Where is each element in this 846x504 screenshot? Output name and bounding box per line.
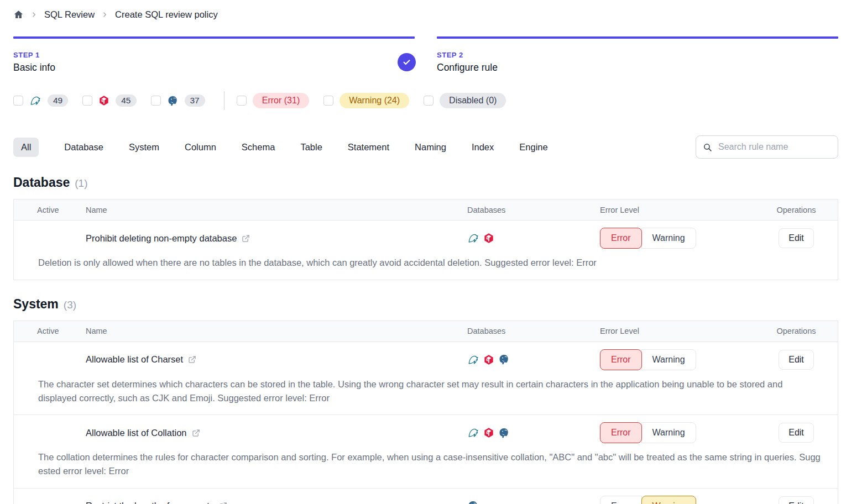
rule-prohibit-deleting-non-empty-database: Prohibit deleting non-empty database Err… [14,221,838,280]
rule-description: Deletion is only allowed when there are … [14,256,838,280]
mysql-filter-checkbox[interactable] [13,96,23,106]
rule-allowable-list-of-charset: Allowable list of Charset Error Warning … [14,342,838,415]
rule-name-link[interactable]: Prohibit deleting non-empty database [86,233,467,244]
external-link-icon [188,355,196,364]
filter-mysql: 49 [13,95,68,107]
edit-button[interactable]: Edit [779,228,814,248]
step-1-label: STEP 1 [13,51,415,59]
warning-count-badge: Warning (24) [340,93,409,108]
error-level-switch: Error Warning [600,349,755,370]
mysql-icon [467,354,479,366]
breadcrumb-current-page: Create SQL review policy [115,9,218,20]
section-title: Database [13,175,70,190]
error-level-switch: Error Warning [600,422,755,443]
col-active: Active [14,327,86,335]
col-databases: Databases [467,327,600,335]
chevron-right-icon [101,11,108,18]
error-level-error-button[interactable]: Error [600,496,642,504]
error-level-error-button[interactable]: Error [600,349,642,370]
error-level-error-button[interactable]: Error [600,228,642,249]
tab-statement[interactable]: Statement [348,138,389,157]
tab-all[interactable]: All [13,138,39,157]
postgres-icon [467,500,479,504]
tidb-count-badge: 45 [116,95,136,107]
col-name: Name [86,206,467,214]
tab-system[interactable]: System [129,138,159,157]
step-1-title: Basic info [13,62,415,74]
filter-disabled: Disabled (0) [424,93,506,108]
step-2-label: STEP 2 [437,51,838,59]
tab-engine[interactable]: Engine [519,138,547,157]
edit-button[interactable]: Edit [779,496,814,504]
col-name: Name [86,327,467,335]
postgres-filter-checkbox[interactable] [151,96,161,106]
tab-table[interactable]: Table [300,138,322,157]
tab-database[interactable]: Database [64,138,103,157]
filter-tidb: 45 [82,95,136,107]
tidb-icon [483,354,494,365]
rule-restrict-the-length-of-comments: Restrict the length of comments Error Wa… [14,488,838,504]
mysql-icon [467,232,479,244]
error-level-switch: Error Warning [600,496,755,504]
home-icon[interactable] [13,9,24,20]
edit-button[interactable]: Edit [779,350,814,370]
step-1-completed-check-icon [398,53,416,71]
section-system-heading: System (3) [13,297,838,312]
section-count: (3) [64,299,76,311]
error-level-warning-button[interactable]: Warning [641,496,696,504]
breadcrumb-sql-review[interactable]: SQL Review [44,9,95,20]
rule-engines [467,427,600,439]
search-rule-input[interactable] [717,141,831,153]
tab-schema[interactable]: Schema [242,138,275,157]
col-active: Active [14,206,86,214]
rule-description: The character set determines which chara… [14,377,838,415]
error-level-switch: Error Warning [600,228,755,249]
error-level-warning-button[interactable]: Warning [641,228,696,249]
rule-name-link[interactable]: Allowable list of Charset [86,354,467,365]
error-count-badge: Error (31) [253,93,309,108]
error-level-warning-button[interactable]: Warning [641,422,696,443]
step-2-progress-bar [437,36,838,39]
error-level-warning-button[interactable]: Warning [641,349,696,370]
external-link-icon [192,429,200,437]
external-link-icon [242,234,250,243]
step-2-title: Configure rule [437,62,838,74]
warning-filter-checkbox[interactable] [323,96,333,106]
filter-error: Error (31) [237,93,309,108]
category-tab-bar: All Database System Column Schema Table … [13,135,838,159]
table-row: Restrict the length of comments Error Wa… [14,489,838,504]
edit-button[interactable]: Edit [779,423,814,443]
tidb-icon [483,427,494,438]
disabled-filter-checkbox[interactable] [424,96,434,106]
system-rule-table: Active Name Databases Error Level Operat… [13,321,838,504]
mysql-icon [29,95,41,107]
mysql-icon [467,427,479,439]
step-1-progress-bar [13,36,415,39]
tidb-icon [98,95,109,106]
step-2: STEP 2 Configure rule [437,36,838,74]
postgres-icon [167,95,179,107]
external-link-icon [219,502,227,504]
tab-index[interactable]: Index [472,138,494,157]
rule-description: The collation determines the rules for c… [14,450,838,488]
col-error-level: Error Level [600,327,755,335]
rule-name-link[interactable]: Allowable list of Collation [86,428,467,438]
error-level-error-button[interactable]: Error [600,422,642,443]
database-rule-table: Active Name Databases Error Level Operat… [13,199,838,280]
rule-engines [467,232,600,244]
breadcrumb: SQL Review Create SQL review policy [13,7,838,22]
step-indicator: STEP 1 Basic info STEP 2 Configure rule [13,36,838,74]
tidb-filter-checkbox[interactable] [82,96,92,106]
search-icon [703,143,712,152]
mysql-count-badge: 49 [48,95,68,107]
col-databases: Databases [467,206,600,214]
tab-naming[interactable]: Naming [415,138,446,157]
tab-column[interactable]: Column [185,138,216,157]
postgres-icon [498,354,510,365]
rule-name-link[interactable]: Restrict the length of comments [86,501,467,504]
search-box [696,135,838,159]
section-title: System [13,297,59,312]
error-filter-checkbox[interactable] [237,96,247,106]
col-error-level: Error Level [600,206,755,214]
filter-divider [224,91,224,110]
